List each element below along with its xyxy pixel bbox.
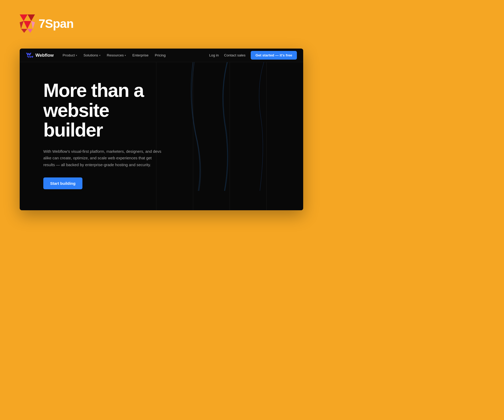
nav-item-solutions[interactable]: Solutions ▾ — [81, 52, 103, 59]
nav-links: Product ▾ Solutions ▾ Resources ▾ Enterp… — [60, 52, 209, 59]
start-building-button[interactable]: Start building — [43, 177, 82, 189]
nav-item-enterprise[interactable]: Enterprise — [130, 52, 151, 59]
webflow-logo-icon — [26, 53, 33, 58]
svg-marker-6 — [27, 29, 33, 33]
nav-logo[interactable]: Webflow — [26, 53, 54, 58]
hero-title: More than a website builder — [43, 81, 167, 140]
get-started-button[interactable]: Get started — it's free — [251, 51, 297, 60]
svg-marker-3 — [24, 21, 31, 29]
browser-window: Webflow Product ▾ Solutions ▾ Resources … — [20, 49, 303, 210]
solutions-chevron-icon: ▾ — [99, 54, 101, 57]
hero-decorative-curves — [156, 62, 303, 191]
svg-marker-1 — [28, 14, 35, 21]
svg-marker-5 — [21, 29, 27, 33]
nav-right: Log in Contact sales Get started — it's … — [209, 51, 297, 60]
svg-marker-4 — [31, 21, 35, 29]
brand-logo-icon — [20, 14, 35, 33]
hero-section: More than a website builder With Webflow… — [20, 62, 303, 210]
resources-chevron-icon: ▾ — [125, 54, 126, 57]
svg-marker-0 — [20, 14, 28, 21]
nav-item-product[interactable]: Product ▾ — [60, 52, 80, 59]
brand-name: 7Span — [39, 17, 74, 31]
hero-subtitle: With Webflow's visual-first platform, ma… — [43, 148, 164, 168]
login-link[interactable]: Log in — [209, 53, 219, 57]
brand-header: 7Span — [0, 0, 74, 33]
nav-item-resources[interactable]: Resources ▾ — [104, 52, 129, 59]
product-chevron-icon: ▾ — [76, 54, 77, 57]
navbar: Webflow Product ▾ Solutions ▾ Resources … — [20, 49, 303, 62]
hero-content: More than a website builder With Webflow… — [20, 81, 167, 210]
svg-marker-2 — [20, 21, 24, 29]
nav-item-pricing[interactable]: Pricing — [152, 52, 168, 59]
nav-logo-text: Webflow — [35, 53, 54, 58]
contact-sales-link[interactable]: Contact sales — [224, 53, 245, 57]
